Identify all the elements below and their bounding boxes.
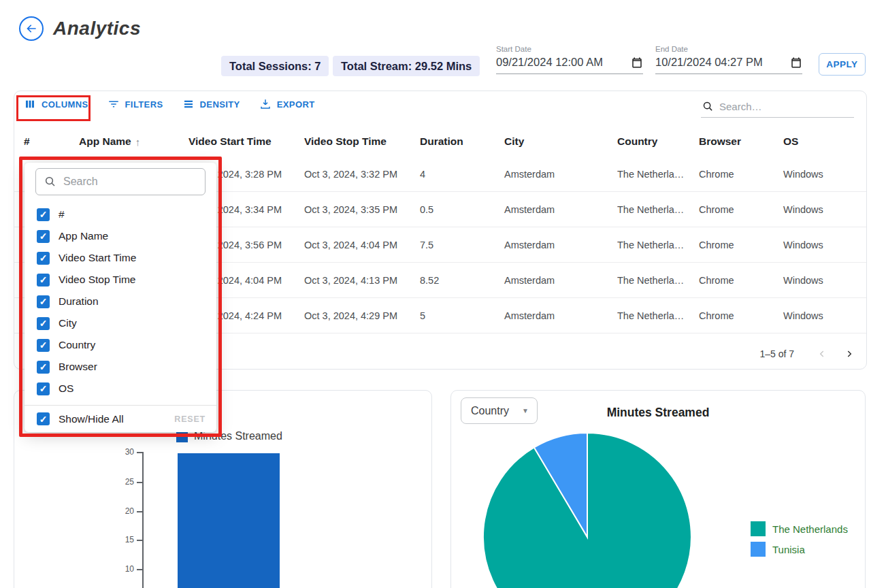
sort-asc-icon[interactable]: ↑ <box>135 136 141 148</box>
columns-menu-panel: ✓ # ✓ App Name ✓ Video Start Time ✓ Vide… <box>24 163 216 432</box>
checkbox-checked-icon[interactable]: ✓ <box>37 382 50 395</box>
column-toggle-video-start[interactable]: ✓ Video Start Time <box>24 247 216 269</box>
checkbox-checked-icon[interactable]: ✓ <box>37 339 50 352</box>
column-toggle-video-stop[interactable]: ✓ Video Stop Time <box>24 269 216 291</box>
y-axis-line <box>142 452 144 588</box>
pagination-range: 1–5 of 7 <box>759 348 794 359</box>
reset-button[interactable]: RESET <box>174 414 206 424</box>
cell-browser: Chrome <box>699 310 783 321</box>
cell-country: The Netherlands <box>617 240 685 250</box>
legend-item-tunisia[interactable]: Tunisia <box>751 542 848 557</box>
cell-duration: 4 <box>420 169 504 180</box>
cell-city: Amsterdam <box>504 310 617 321</box>
column-header-video-stop[interactable]: Video Stop Time <box>304 135 420 148</box>
checkbox-checked-icon[interactable]: ✓ <box>37 208 50 221</box>
column-toggle-num[interactable]: ✓ # <box>24 203 216 225</box>
column-toggle-duration[interactable]: ✓ Duration <box>24 291 216 312</box>
total-stream-chip: Total Stream: 29.52 Mins <box>333 56 480 76</box>
table-toolbar: COLUMNS FILTERS DENSITY EXPORT <box>24 98 315 110</box>
end-date-field[interactable]: End Date 10/21/2024 04:27 PM <box>655 45 802 74</box>
filter-icon <box>108 98 120 110</box>
cell-duration: 5 <box>420 310 504 321</box>
pie-chart-card: Minutes Streamed Country ▼ The Netherlan… <box>450 390 866 588</box>
cell-duration: 8.52 <box>420 275 504 286</box>
legend-swatch-netherlands <box>751 521 766 536</box>
filters-button[interactable]: FILTERS <box>108 98 163 110</box>
bar-minutes-streamed[interactable] <box>178 453 280 588</box>
columns-menu-search[interactable] <box>35 168 206 195</box>
column-header-video-start[interactable]: Video Start Time <box>188 135 304 148</box>
table-search-input[interactable] <box>719 101 842 112</box>
search-icon <box>44 176 56 188</box>
table-header-row: # App Name ↑ Video Start Time Video Stop… <box>14 127 866 157</box>
start-date-field[interactable]: Start Date 09/21/2024 12:00 AM <box>496 45 643 74</box>
calendar-icon[interactable] <box>631 56 643 69</box>
column-toggle-country[interactable]: ✓ Country <box>24 334 216 356</box>
group-by-select[interactable]: Country ▼ <box>461 397 538 424</box>
legend-item-netherlands[interactable]: The Netherlands <box>751 521 848 536</box>
column-header-browser[interactable]: Browser <box>699 135 783 148</box>
cell-os: Windows <box>783 310 866 321</box>
end-date-value[interactable]: 10/21/2024 04:27 PM <box>655 56 763 69</box>
checkbox-checked-icon[interactable]: ✓ <box>37 295 50 308</box>
column-toggle-app-name[interactable]: ✓ App Name <box>24 225 216 247</box>
column-header-country[interactable]: Country <box>617 135 699 148</box>
cell-browser: Chrome <box>699 275 783 286</box>
density-icon <box>182 98 195 110</box>
column-toggle-browser[interactable]: ✓ Browser <box>24 356 216 378</box>
export-button[interactable]: EXPORT <box>259 98 315 110</box>
download-icon <box>259 98 272 110</box>
table-search[interactable] <box>701 99 854 118</box>
y-tick-15: 15 <box>116 535 134 544</box>
total-sessions-chip: Total Sessions: 7 <box>221 56 329 76</box>
search-icon <box>702 101 714 112</box>
columns-button[interactable]: COLUMNS <box>24 98 88 110</box>
arrow-left-icon <box>24 22 38 35</box>
y-tick-10: 10 <box>116 564 134 574</box>
cell-country: The Netherlands <box>617 310 685 321</box>
column-toggle-os[interactable]: ✓ OS <box>24 378 216 399</box>
apply-button[interactable]: APPLY <box>819 53 866 76</box>
chevron-right-icon[interactable] <box>844 349 854 359</box>
cell-city: Amsterdam <box>504 204 617 215</box>
columns-icon <box>24 98 36 110</box>
cell-os: Windows <box>783 204 866 215</box>
columns-menu-footer: ✓ Show/Hide All RESET <box>24 406 216 432</box>
show-hide-all-toggle[interactable]: ✓ Show/Hide All <box>37 412 124 425</box>
cell-stop: Oct 3, 2024, 4:13 PM <box>304 275 420 286</box>
cell-browser: Chrome <box>699 240 783 250</box>
y-tickmark <box>137 482 142 483</box>
column-header-duration[interactable]: Duration <box>420 135 504 148</box>
cell-duration: 7.5 <box>420 240 504 250</box>
legend-swatch-minutes-streamed <box>176 431 188 442</box>
columns-menu-search-input[interactable] <box>63 176 186 188</box>
y-tick-30: 30 <box>116 447 134 457</box>
cell-duration: 0.5 <box>420 204 504 215</box>
cell-country: The Netherlands <box>617 275 685 286</box>
cell-country: The Netherlands <box>617 204 685 215</box>
column-header-num[interactable]: # <box>24 135 79 148</box>
back-button[interactable] <box>19 16 44 41</box>
column-header-app-name[interactable]: App Name ↑ <box>79 135 188 148</box>
column-toggle-city[interactable]: ✓ City <box>24 312 216 334</box>
cell-browser: Chrome <box>699 204 783 215</box>
cell-city: Amsterdam <box>504 240 617 250</box>
calendar-icon[interactable] <box>790 56 802 69</box>
density-button[interactable]: DENSITY <box>182 98 240 110</box>
column-header-city[interactable]: City <box>504 135 617 148</box>
pie-chart-legend: The Netherlands Tunisia <box>751 521 848 557</box>
chevron-left-icon[interactable] <box>817 349 827 359</box>
column-header-os[interactable]: OS <box>783 135 866 148</box>
checkbox-checked-icon[interactable]: ✓ <box>37 412 50 425</box>
cell-stop: Oct 3, 2024, 3:32 PM <box>304 169 420 180</box>
checkbox-checked-icon[interactable]: ✓ <box>37 274 50 287</box>
start-date-value[interactable]: 09/21/2024 12:00 AM <box>496 56 603 69</box>
start-date-label: Start Date <box>496 45 643 53</box>
columns-menu-list: ✓ # ✓ App Name ✓ Video Start Time ✓ Vide… <box>24 203 216 399</box>
legend-swatch-tunisia <box>751 542 766 557</box>
page-title: Analytics <box>53 18 141 39</box>
checkbox-checked-icon[interactable]: ✓ <box>37 230 50 243</box>
checkbox-checked-icon[interactable]: ✓ <box>37 361 50 374</box>
checkbox-checked-icon[interactable]: ✓ <box>37 317 50 330</box>
checkbox-checked-icon[interactable]: ✓ <box>37 252 50 265</box>
